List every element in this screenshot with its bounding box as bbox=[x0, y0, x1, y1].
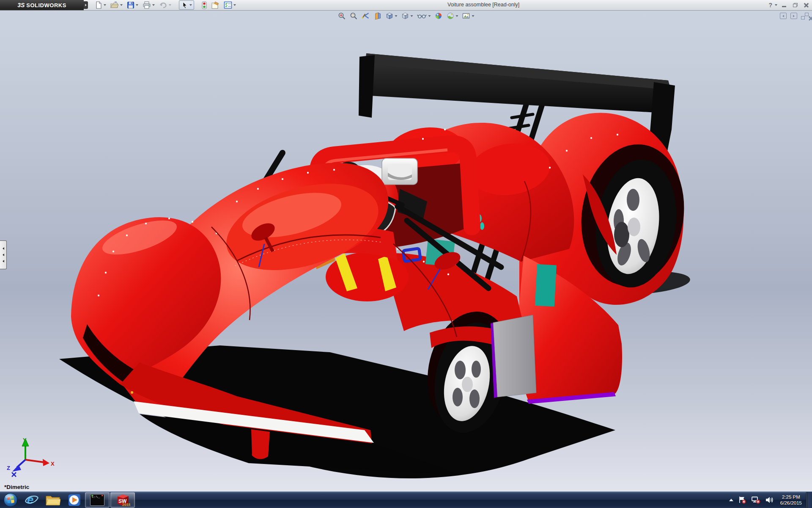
edit-appearance-button[interactable] bbox=[434, 11, 444, 20]
hide-show-items-button[interactable] bbox=[416, 11, 432, 20]
main-toolbar bbox=[93, 0, 238, 10]
cmd-prompt-text: C:\_ bbox=[92, 495, 100, 499]
dropdown-caret[interactable] bbox=[104, 4, 106, 6]
new-document-button[interactable] bbox=[93, 1, 108, 9]
options-button[interactable] bbox=[222, 1, 238, 9]
chevron-left-icon bbox=[3, 254, 4, 256]
windows-start-orb-icon bbox=[3, 493, 18, 507]
dropdown-caret[interactable] bbox=[120, 4, 123, 6]
stoplight-icon bbox=[202, 1, 207, 9]
previous-view-button[interactable] bbox=[361, 11, 371, 20]
taskbar-internet-explorer[interactable]: e bbox=[21, 492, 42, 508]
apply-scene-button[interactable] bbox=[446, 11, 459, 20]
solidworks-2015-icon: SW 2015 bbox=[115, 493, 130, 507]
document-window-controls bbox=[780, 13, 809, 19]
chevron-right-icon bbox=[793, 15, 795, 17]
close-button[interactable] bbox=[802, 2, 810, 8]
taskbar-clock[interactable]: 2:25 PM 6/26/2015 bbox=[780, 494, 802, 506]
solidworks-logo: 3S SOLIDWORKS bbox=[0, 0, 84, 10]
zoom-to-fit-icon bbox=[338, 12, 346, 20]
scene-sphere-icon bbox=[447, 12, 455, 20]
menu-expand-tab[interactable] bbox=[84, 1, 88, 9]
rear-view-mirror[interactable] bbox=[382, 158, 417, 185]
title-bar: 3S SOLIDWORKS bbox=[0, 0, 812, 11]
dropdown-caret[interactable] bbox=[456, 15, 458, 17]
section-view-button[interactable] bbox=[373, 11, 383, 20]
zoom-to-area-button[interactable] bbox=[349, 11, 359, 20]
heads-up-view-toolbar bbox=[337, 11, 475, 20]
checklist-icon bbox=[224, 1, 232, 9]
taskbar-solidworks-2015[interactable]: SW 2015 bbox=[110, 492, 135, 508]
windows-taskbar: e C:\_ bbox=[0, 491, 812, 508]
dropdown-caret[interactable] bbox=[233, 4, 236, 6]
dropdown-caret[interactable] bbox=[411, 15, 413, 17]
section-view-icon bbox=[374, 12, 382, 20]
help-button[interactable]: ? bbox=[768, 2, 772, 8]
display-style-cube-icon bbox=[401, 12, 409, 20]
view-orientation-cube-icon bbox=[386, 12, 394, 20]
chevron-left-icon bbox=[782, 15, 784, 17]
zoom-to-fit-button[interactable] bbox=[337, 11, 347, 20]
dropdown-caret[interactable] bbox=[428, 15, 431, 17]
close-icon bbox=[804, 3, 809, 8]
dropdown-caret[interactable] bbox=[472, 15, 475, 17]
view-orientation-label: *Dimetric bbox=[4, 484, 29, 490]
show-hidden-icons-button[interactable] bbox=[729, 499, 733, 501]
document-title: Voiture assomblee [Read-only] bbox=[447, 2, 519, 8]
show-desktop-button[interactable] bbox=[806, 492, 812, 508]
undo-arrow-icon bbox=[159, 1, 167, 9]
help-dropdown-caret[interactable] bbox=[775, 4, 777, 6]
sw-year: 2015 bbox=[122, 502, 130, 507]
collapse-left-pane-button[interactable] bbox=[780, 13, 787, 19]
clock-date: 6/26/2015 bbox=[780, 500, 802, 506]
minimize-button[interactable] bbox=[780, 2, 788, 8]
dropdown-caret[interactable] bbox=[189, 4, 192, 6]
dropdown-caret[interactable] bbox=[152, 4, 155, 6]
window-controls: ? bbox=[768, 0, 810, 10]
folder-icon bbox=[45, 494, 60, 506]
solidworks-window: 3S SOLIDWORKS bbox=[0, 0, 812, 508]
taskbar-media-player[interactable] bbox=[63, 492, 85, 508]
ds-logo-mark: 3S bbox=[17, 2, 25, 8]
graphics-viewport[interactable]: Y X Z *Dimetric bbox=[0, 11, 812, 492]
taskbar-command-prompt[interactable]: C:\_ bbox=[85, 492, 110, 508]
taskbar-windows-explorer[interactable] bbox=[42, 492, 63, 508]
restore-icon bbox=[793, 3, 798, 7]
appearance-sphere-icon bbox=[435, 12, 443, 20]
zoom-to-area-icon bbox=[350, 12, 358, 20]
ie-letter: e bbox=[27, 493, 34, 506]
dropdown-caret[interactable] bbox=[136, 4, 138, 6]
undo-button[interactable] bbox=[157, 1, 173, 9]
expand-right-pane-button[interactable] bbox=[790, 13, 797, 19]
dropdown-caret bbox=[169, 4, 171, 6]
chevron-left-icon bbox=[3, 260, 4, 262]
new-document-icon bbox=[95, 1, 102, 9]
clock-time: 2:25 PM bbox=[780, 494, 802, 500]
view-orientation-button[interactable] bbox=[385, 11, 398, 20]
volume-icon[interactable] bbox=[765, 496, 774, 504]
start-button[interactable] bbox=[0, 492, 21, 508]
restore-button[interactable] bbox=[791, 2, 799, 8]
select-tool-button[interactable] bbox=[179, 0, 194, 10]
save-button[interactable] bbox=[125, 1, 140, 9]
select-cursor-icon bbox=[181, 1, 188, 9]
network-status-icon[interactable] bbox=[751, 496, 760, 504]
triad-z-label: Z bbox=[7, 465, 10, 471]
design-binder-button[interactable] bbox=[209, 1, 221, 10]
display-style-button[interactable] bbox=[401, 11, 414, 20]
minimize-icon bbox=[782, 6, 786, 7]
previous-view-icon bbox=[362, 12, 370, 20]
open-folder-icon bbox=[110, 1, 119, 9]
feature-manager-collapsed-tab[interactable] bbox=[0, 240, 7, 269]
teal-panel[interactable] bbox=[535, 264, 557, 306]
action-center-flag-icon[interactable] bbox=[738, 496, 746, 504]
car-model-3d[interactable] bbox=[0, 11, 812, 492]
print-button[interactable] bbox=[141, 1, 156, 9]
open-button[interactable] bbox=[109, 1, 124, 9]
orientation-triad: Y X Z bbox=[6, 436, 56, 480]
rebuild-button[interactable] bbox=[200, 1, 208, 10]
dropdown-caret[interactable] bbox=[395, 15, 398, 17]
view-settings-button[interactable] bbox=[461, 11, 475, 20]
note-pencil-icon bbox=[211, 1, 219, 9]
solidworks-logo-text: SOLIDWORKS bbox=[26, 2, 66, 8]
